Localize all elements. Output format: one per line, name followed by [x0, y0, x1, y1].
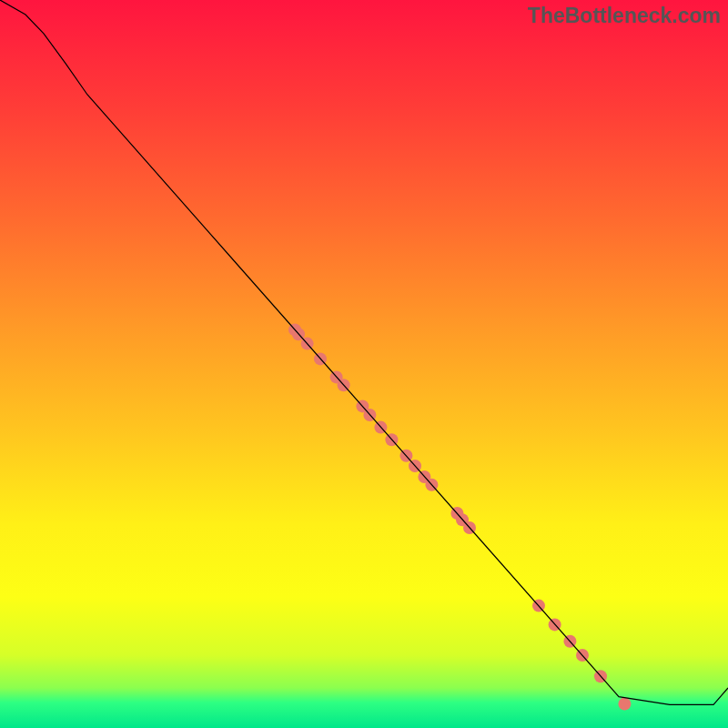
chart-svg [0, 0, 728, 728]
chart-background [0, 0, 728, 728]
bottleneck-chart: TheBottleneck.com [0, 0, 728, 728]
data-point [618, 698, 631, 711]
